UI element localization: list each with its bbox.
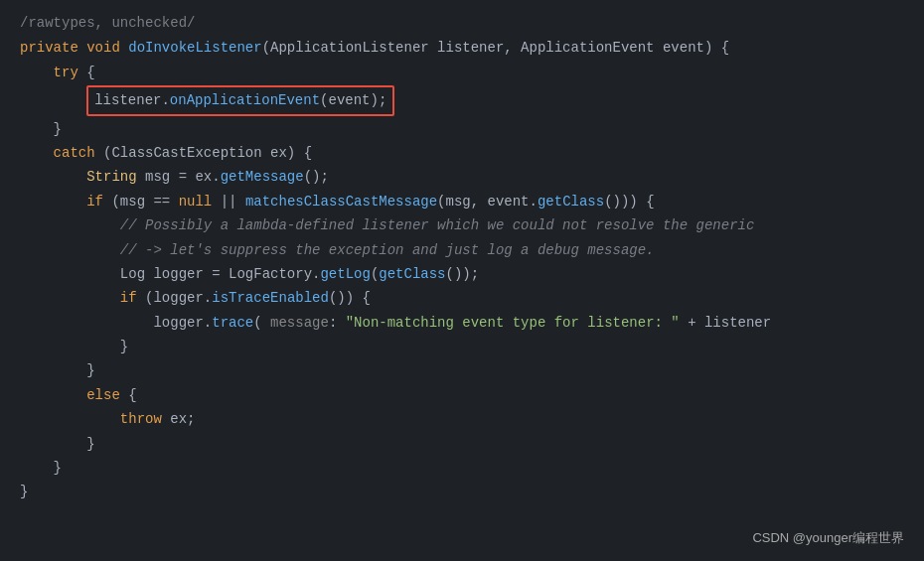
method-close-brace: } bbox=[0, 480, 924, 503]
if-close-brace: } bbox=[0, 358, 924, 382]
else-close-brace: } bbox=[0, 432, 924, 456]
catch-line: catch (ClassCastException ex) { bbox=[0, 141, 924, 165]
header-comment: /rawtypes, unchecked/ bbox=[0, 10, 924, 36]
method-signature: private void doInvokeListener(Applicatio… bbox=[0, 36, 924, 60]
throw-line: throw ex; bbox=[0, 407, 924, 431]
if-logger-line: if (logger.isTraceEnabled()) { bbox=[0, 286, 924, 310]
inner-close-brace: } bbox=[0, 335, 924, 358]
try-line: try { bbox=[0, 61, 924, 84]
logger-trace-line: logger.trace( message: "Non-matching eve… bbox=[0, 311, 924, 335]
catch-close-brace: } bbox=[0, 456, 924, 480]
string-msg-line: String msg = ex.getMessage(); bbox=[0, 165, 924, 189]
else-line: else { bbox=[0, 383, 924, 407]
comment2-line: // -> let's suppress the exception and j… bbox=[0, 238, 924, 262]
watermark: CSDN @younger编程世界 bbox=[752, 528, 904, 549]
listener-call-line: listener.onApplicationEvent(event); bbox=[0, 84, 924, 116]
if-msg-line: if (msg == null || matchesClassCastMessa… bbox=[0, 190, 924, 213]
code-viewer: /rawtypes, unchecked/ private void doInv… bbox=[0, 0, 924, 561]
log-logger-line: Log logger = LogFactory.getLog(getClass(… bbox=[0, 262, 924, 286]
try-close: } bbox=[0, 117, 924, 141]
comment1-line: // Possibly a lambda-defined listener wh… bbox=[0, 213, 924, 237]
